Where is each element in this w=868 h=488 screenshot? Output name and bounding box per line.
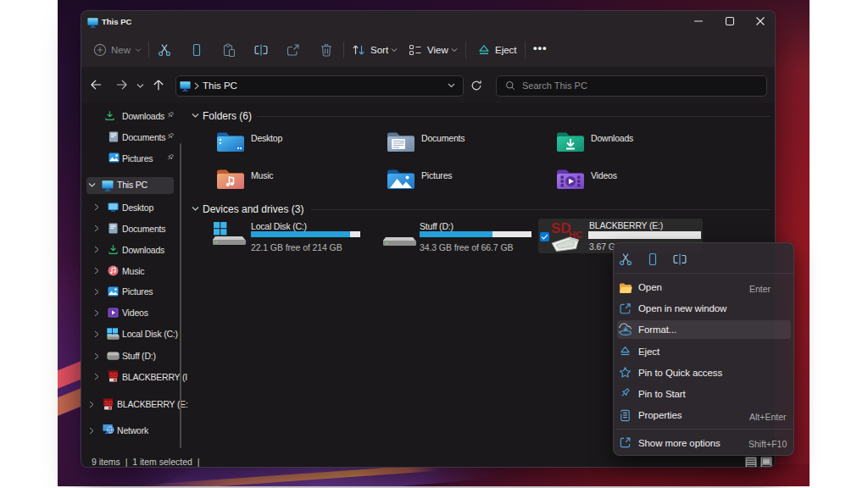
svg-text:SD: SD [109,372,118,378]
svg-text:SD: SD [104,400,113,406]
